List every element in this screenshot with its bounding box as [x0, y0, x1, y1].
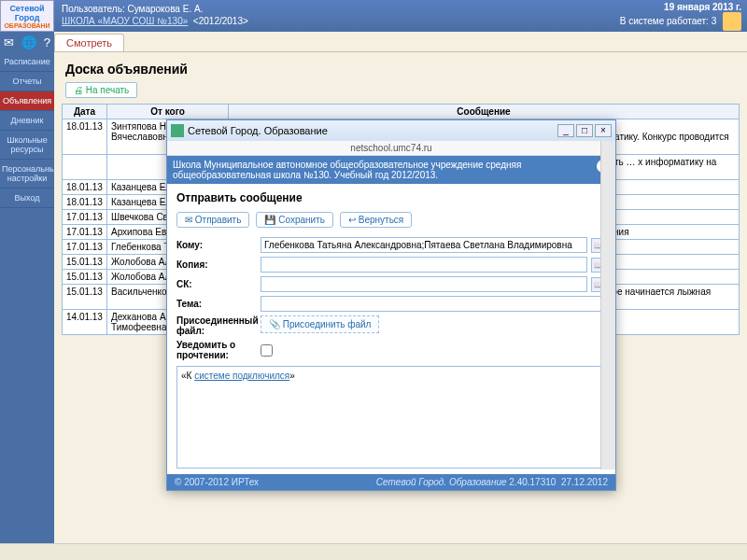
- dialog-heading: Отправить сообщение: [176, 191, 606, 204]
- cell-date: 18.01.13: [63, 119, 107, 155]
- cell-date: 18.01.13: [63, 195, 107, 210]
- app-icon: [171, 124, 184, 137]
- subject-input[interactable]: [261, 296, 606, 312]
- bcc-label: СК:: [176, 279, 261, 289]
- header-right: 19 января 2013 г. В системе работает: 3: [620, 2, 741, 31]
- back-button[interactable]: ↩ Вернуться: [340, 212, 412, 228]
- to-label: Кому:: [176, 240, 261, 250]
- message-body[interactable]: «К системе подключился»: [176, 366, 606, 469]
- nav-schedule[interactable]: Расписание: [0, 52, 54, 72]
- cell-date: [63, 155, 107, 180]
- nav-announcements[interactable]: Объявления: [0, 91, 54, 111]
- footer-copyright: © 2007-2012 ИРТех: [175, 477, 376, 487]
- subject-label: Тема:: [176, 299, 261, 309]
- left-nav: ✉ 🌐 ? Расписание Отчеты Объявления Дневн…: [0, 32, 54, 560]
- send-button[interactable]: ✉ Отправить: [176, 212, 249, 228]
- dialog-banner: Школа Муниципальное автономное общеобраз…: [167, 156, 615, 184]
- dialog-url: netschool.umc74.ru: [167, 141, 615, 156]
- online-label: В системе работает:: [620, 16, 712, 26]
- dialog-toolbar: ✉ Отправить 💾 Сохранить ↩ Вернуться: [176, 212, 606, 228]
- print-button[interactable]: 🖨 На печать: [65, 82, 137, 98]
- dialog-scrollbar[interactable]: [600, 141, 615, 469]
- send-label: Отправить: [195, 215, 242, 225]
- footer-product: Сетевой Город. Образование 2.40.17310 27…: [376, 477, 608, 487]
- cell-date: 15.01.13: [63, 255, 107, 270]
- app-header: Сетевой Город ОБРАЗОВАНИ Пользователь: С…: [0, 0, 747, 32]
- nav-resources[interactable]: Школьные ресурсы: [0, 131, 54, 160]
- nav-icon-row: ✉ 🌐 ?: [0, 32, 54, 52]
- nav-diary[interactable]: Дневник: [0, 111, 54, 131]
- save-label: Сохранить: [278, 215, 325, 225]
- notify-checkbox[interactable]: [261, 344, 273, 357]
- cc-input[interactable]: [261, 257, 587, 273]
- nav-reports[interactable]: Отчеты: [0, 72, 54, 91]
- nav-personal[interactable]: Персональные настройки: [0, 160, 54, 189]
- globe-icon[interactable]: 🌐: [21, 35, 36, 49]
- cell-date: 14.01.13: [63, 310, 107, 335]
- col-date: Дата: [63, 105, 107, 119]
- statusbar: [0, 543, 747, 560]
- page-title: Доска объявлений: [65, 62, 740, 77]
- cell-date: 17.01.13: [63, 225, 107, 240]
- col-from: От кого: [107, 105, 229, 119]
- dialog-titlebar[interactable]: Сетевой Город. Образование _ □ ×: [167, 120, 615, 141]
- to-input[interactable]: [261, 237, 587, 253]
- nav-exit[interactable]: Выход: [0, 189, 54, 208]
- body-post: »: [289, 371, 295, 381]
- exit-door-icon[interactable]: [723, 12, 741, 31]
- cell-date: 15.01.13: [63, 270, 107, 285]
- logo-line2: Город: [15, 13, 40, 22]
- tab-strip: Смотреть: [0, 32, 747, 52]
- logo-line1: Сетевой: [9, 4, 44, 13]
- attach-label: Присоединенный файл:: [176, 315, 261, 336]
- attach-file-button[interactable]: 📎 Присоединить файл: [261, 315, 379, 333]
- cell-date: 17.01.13: [63, 240, 107, 255]
- dialog-title: Сетевой Город. Образование: [188, 125, 328, 136]
- logo-line3: ОБРАЗОВАНИ: [4, 22, 49, 29]
- minimize-button[interactable]: _: [557, 124, 574, 137]
- compose-dialog: Сетевой Город. Образование _ □ × netscho…: [166, 119, 616, 491]
- cell-date: 15.01.13: [63, 285, 107, 310]
- user-name: Сумарокова Е. А.: [127, 4, 203, 14]
- attach-btn-label: Присоединить файл: [283, 319, 372, 329]
- user-block: Пользователь: Сумарокова Е. А. ШКОЛА «МА…: [54, 0, 256, 32]
- maximize-button[interactable]: □: [576, 124, 593, 137]
- online-count: 3: [712, 16, 717, 26]
- save-button[interactable]: 💾 Сохранить: [256, 212, 332, 228]
- notify-label: Уведомить о прочтении:: [176, 340, 261, 360]
- col-message: Сообщение: [229, 105, 740, 119]
- app-logo: Сетевой Город ОБРАЗОВАНИ: [0, 0, 54, 32]
- footer-version: 2.40.17310: [509, 477, 556, 487]
- school-year: <2012/2013>: [193, 16, 248, 26]
- help-icon[interactable]: ?: [44, 35, 50, 49]
- user-label: Пользователь:: [62, 4, 127, 14]
- body-link[interactable]: системе подключился: [194, 371, 289, 381]
- mail-icon[interactable]: ✉: [4, 35, 14, 49]
- dialog-body: Отправить сообщение ✉ Отправить 💾 Сохран…: [167, 184, 615, 476]
- body-pre: «К: [181, 371, 194, 381]
- back-label: Вернуться: [359, 215, 404, 225]
- cell-date: 17.01.13: [63, 210, 107, 225]
- cell-date: 18.01.13: [63, 180, 107, 195]
- footer-product-name: Сетевой Город. Образование: [376, 477, 507, 487]
- bcc-input[interactable]: [261, 276, 587, 292]
- dialog-footer: © 2007-2012 ИРТех Сетевой Город. Образов…: [167, 474, 615, 490]
- print-label: На печать: [86, 85, 130, 95]
- tab-view[interactable]: Смотреть: [54, 34, 124, 51]
- banner-text: Школа Муниципальное автономное общеобраз…: [173, 160, 521, 180]
- cc-label: Копия:: [176, 259, 261, 270]
- current-date: 19 января 2013 г.: [664, 2, 741, 12]
- close-button[interactable]: ×: [595, 124, 612, 137]
- footer-build-date: 27.12.2012: [561, 477, 608, 487]
- school-link[interactable]: ШКОЛА «МАОУ СОШ №130»: [62, 16, 188, 26]
